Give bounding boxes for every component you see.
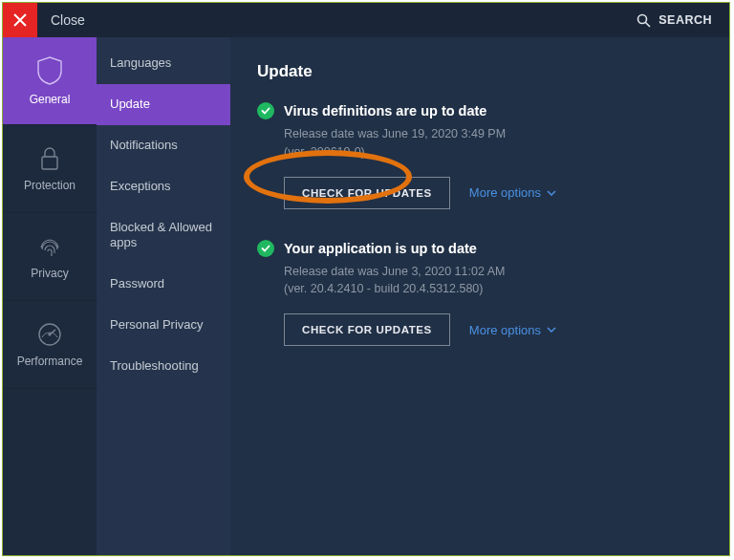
rail-item-label: Protection [24,179,76,192]
app-window: Close SEARCH General Protection Privacy [2,2,730,556]
rail-item-general[interactable]: General [3,37,97,125]
subnav-item-notifications[interactable]: Notifications [97,125,230,166]
svg-rect-2 [42,157,57,169]
top-bar: Close SEARCH [3,3,729,37]
more-options-label: More options [469,323,541,337]
check-for-updates-button[interactable]: CHECK FOR UPDATES [284,177,450,209]
update-section-virus-defs: Virus definitions are up to date Release… [257,102,702,209]
category-rail: General Protection Privacy Performance [3,37,97,555]
release-version: (ver. 20.4.2410 - build 20.4.5312.580) [284,280,702,298]
chevron-down-icon [547,327,556,333]
gauge-icon [37,322,62,347]
search-icon [637,13,651,28]
release-date: Release date was June 19, 2020 3:49 PM [284,125,702,143]
subnav-item-update[interactable]: Update [97,84,230,125]
section-title: Virus definitions are up to date [284,103,486,118]
svg-line-1 [646,22,651,27]
chevron-down-icon [547,190,556,196]
more-options-label: More options [469,185,541,200]
fingerprint-icon [37,234,62,259]
release-date: Release date was June 3, 2020 11:02 AM [284,263,702,281]
search-label: SEARCH [658,13,712,27]
search-button[interactable]: SEARCH [637,13,712,28]
settings-subnav: Languages Update Notifications Exception… [97,37,230,555]
subnav-item-languages[interactable]: Languages [97,43,230,84]
subnav-item-blocked-allowed[interactable]: Blocked & Allowed apps [97,207,230,265]
page-title: Update [257,62,702,81]
more-options-link[interactable]: More options [469,185,556,200]
lock-icon [39,146,60,171]
shield-icon [37,56,62,85]
rail-item-label: General [30,93,71,106]
body: General Protection Privacy Performance L… [3,37,729,555]
svg-point-4 [48,333,51,335]
release-info: Release date was June 3, 2020 11:02 AM (… [284,263,702,299]
subnav-item-personal-privacy[interactable]: Personal Privacy [97,305,230,346]
subnav-item-password[interactable]: Password [97,264,230,305]
check-icon [257,240,274,257]
rail-item-privacy[interactable]: Privacy [3,213,97,301]
release-version: (ver. 200619-0) [284,143,702,162]
section-title: Your application is up to date [284,241,477,256]
svg-point-0 [638,14,647,23]
rail-item-label: Performance [17,355,83,368]
subnav-item-exceptions[interactable]: Exceptions [97,166,230,207]
rail-item-label: Privacy [31,267,68,280]
more-options-link[interactable]: More options [469,323,556,337]
check-for-updates-button[interactable]: CHECK FOR UPDATES [284,313,450,346]
rail-item-performance[interactable]: Performance [3,301,97,389]
x-icon [13,13,27,27]
release-info: Release date was June 19, 2020 3:49 PM (… [284,125,702,162]
main-content: Update Virus definitions are up to date … [230,37,729,555]
rail-item-protection[interactable]: Protection [3,125,97,213]
subnav-item-troubleshooting[interactable]: Troubleshooting [97,346,230,387]
update-section-application: Your application is up to date Release d… [257,240,702,347]
check-icon [257,102,274,119]
close-button[interactable] [3,3,37,37]
close-label: Close [51,12,85,28]
